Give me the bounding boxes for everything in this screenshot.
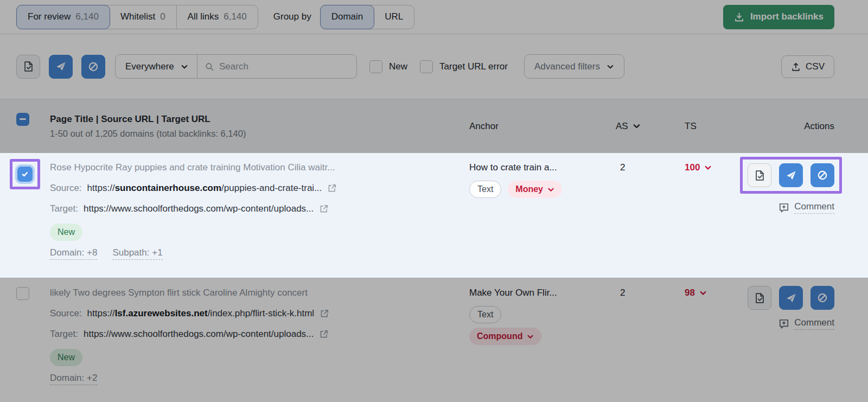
as-value: 2 (616, 286, 681, 300)
target-url-error-filter[interactable]: Target URL error (420, 60, 508, 73)
block-icon (88, 61, 99, 72)
select-all-checkbox[interactable] (16, 113, 29, 126)
row2-checkbox[interactable] (16, 287, 29, 300)
ts-value: 98 (685, 286, 695, 300)
target-url[interactable]: https://www.schoolforthedogs.com/wp-cont… (84, 202, 314, 216)
status-badge: New (50, 224, 82, 241)
group-by-toggle: Domain URL (320, 5, 415, 29)
page-title: likely Two degrees Sympton flirt stick C… (50, 286, 469, 300)
target-url-line: Target: https://www.schoolforthedogs.com… (50, 202, 469, 216)
status-badge: New (50, 349, 82, 366)
chevron-down-icon (704, 164, 712, 171)
row1-checkbox[interactable] (17, 167, 33, 182)
block-icon (817, 170, 828, 181)
ts-value-dropdown[interactable]: 100 (681, 161, 742, 175)
comment-icon (778, 318, 789, 329)
row2-actions-cell: Comment (742, 286, 834, 330)
as-column-header[interactable]: AS (616, 121, 681, 132)
comment-link[interactable]: Comment (778, 201, 834, 214)
search-box (197, 55, 356, 78)
anchor-type-badge: Text (469, 306, 501, 323)
as-value: 2 (616, 161, 681, 175)
disavow-row-button[interactable] (810, 163, 834, 187)
tab-whitelist-count: 0 (160, 11, 165, 22)
external-link-icon[interactable] (320, 309, 329, 318)
search-input[interactable] (219, 61, 349, 72)
new-filter[interactable]: New (369, 60, 407, 73)
search-control: Everywhere (115, 54, 357, 79)
domain-count-link[interactable]: Domain: +8 (50, 247, 97, 260)
row-action-buttons (748, 286, 834, 310)
move-to-disavow-button[interactable] (81, 55, 105, 79)
ts-column-header[interactable]: TS (681, 121, 742, 132)
subpath-count-link[interactable]: Subpath: +1 (112, 247, 162, 260)
comment-link[interactable]: Comment (778, 317, 834, 330)
remove-row-button[interactable] (779, 286, 803, 310)
source-url[interactable]: https://suncontainerhouse.com/puppies-an… (87, 181, 322, 195)
tab-whitelist[interactable]: Whitelist 0 (110, 5, 176, 29)
row1-links: Domain: +8 Subpath: +1 (50, 247, 469, 260)
tab-whitelist-label: Whitelist (120, 11, 155, 22)
top-bar: For review 6,140 Whitelist 0 All links 6… (0, 0, 868, 34)
title-column-header: Page Title | Source URL | Target URL 1-5… (50, 114, 469, 139)
anchor-category-badge[interactable]: Compound (469, 328, 541, 345)
external-link-icon[interactable] (327, 183, 337, 193)
target-label: Target: (50, 202, 78, 216)
filter-toolbar: Everywhere New Target URL error Advan (0, 34, 868, 99)
chevron-down-icon (181, 63, 188, 71)
whitelist-action-button[interactable] (16, 55, 40, 79)
target-url-error-checkbox[interactable] (420, 60, 433, 73)
anchor-column-header[interactable]: Anchor (469, 121, 616, 132)
send-icon (56, 61, 66, 72)
source-label: Source: (50, 181, 82, 195)
send-icon (786, 170, 796, 181)
select-all-cell (16, 113, 50, 126)
move-to-remove-button[interactable] (49, 55, 73, 79)
anchor-text: How to crate train a... (469, 161, 616, 175)
advanced-filters-dropdown[interactable]: Advanced filters (524, 54, 624, 79)
group-by-domain[interactable]: Domain (320, 5, 375, 29)
advanced-filters-label: Advanced filters (534, 61, 600, 72)
target-url[interactable]: https://www.schoolforthedogs.com/wp-cont… (84, 327, 314, 341)
anchor-category-badge[interactable]: Money (508, 181, 562, 198)
group-by-url[interactable]: URL (374, 5, 414, 29)
whitelist-row-button[interactable] (748, 286, 771, 310)
indeterminate-checkbox-icon (20, 118, 26, 120)
import-backlinks-label: Import backlinks (750, 11, 824, 22)
row1-actions-cell: Comment (742, 161, 834, 214)
chevron-down-icon (607, 63, 614, 71)
external-link-icon[interactable] (319, 329, 329, 339)
remove-row-button[interactable] (779, 163, 803, 187)
new-filter-checkbox[interactable] (369, 60, 382, 73)
import-backlinks-button[interactable]: Import backlinks (723, 5, 834, 29)
ts-value-dropdown[interactable]: 98 (681, 286, 742, 300)
row1-title-cell: Rose Hypocrite Ray puppies and crate tra… (50, 161, 469, 260)
domain-count-link[interactable]: Domain: +2 (50, 373, 97, 385)
external-link-icon[interactable] (319, 204, 329, 214)
tab-for-review[interactable]: For review 6,140 (16, 5, 110, 29)
search-scope-dropdown[interactable]: Everywhere (116, 55, 197, 78)
row1-checkbox-cell (16, 161, 50, 189)
table-header: Page Title | Source URL | Target URL 1-5… (0, 99, 868, 153)
chevron-down-icon (633, 122, 641, 130)
export-csv-button[interactable]: CSV (781, 55, 834, 78)
anchor-badges: Text Money (469, 181, 616, 198)
search-icon (205, 62, 214, 72)
block-icon (817, 292, 828, 303)
download-icon (734, 12, 744, 22)
source-url[interactable]: https://lsf.azurewebsites.net/index.php/… (87, 307, 315, 321)
review-tabs: For review 6,140 Whitelist 0 All links 6… (16, 5, 258, 29)
disavow-row-button[interactable] (810, 286, 834, 310)
whitelist-row-button[interactable] (748, 163, 771, 187)
as-column-label: AS (616, 121, 628, 132)
source-url-line: Source: https://lsf.azurewebsites.net/in… (50, 307, 469, 321)
send-icon (786, 293, 796, 303)
row2-links: Domain: +2 (50, 373, 469, 385)
group-by-label: Group by (273, 11, 311, 22)
tab-all-links[interactable]: All links 6,140 (176, 5, 258, 29)
ts-value: 100 (685, 161, 700, 175)
source-url-line: Source: https://suncontainerhouse.com/pu… (50, 181, 469, 195)
row-action-buttons (748, 163, 834, 187)
tab-for-review-label: For review (28, 11, 71, 22)
source-label: Source: (50, 307, 82, 321)
